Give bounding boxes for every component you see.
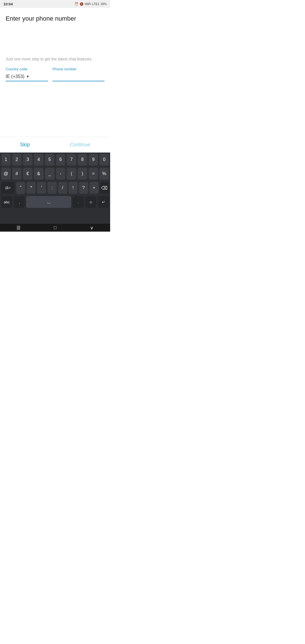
key-emoji[interactable]: ☺ <box>85 196 97 208</box>
keyboard-row-symbols1: @ # € & _ - ( ) = % <box>0 167 110 181</box>
key-at[interactable]: @ <box>1 168 11 180</box>
key-underscore[interactable]: _ <box>45 168 55 180</box>
phone-number-label: Phone number <box>53 67 104 71</box>
signal-icon: LTE1 <box>92 2 99 6</box>
mute-icon: 🔕 <box>80 2 84 6</box>
key-7[interactable]: 7 <box>67 154 76 166</box>
back-button[interactable]: ||| <box>17 225 20 230</box>
key-colon[interactable]: : <box>47 182 56 194</box>
key-5[interactable]: 5 <box>45 154 55 166</box>
country-code-value: IE (+353) <box>6 74 24 79</box>
key-space[interactable]: ⎵ <box>26 196 71 208</box>
key-more-symbols[interactable]: {&= <box>1 182 15 194</box>
main-content: Enter your phone number Just one more st… <box>0 8 110 107</box>
chevron-down-icon: ▼ <box>26 75 29 79</box>
key-8[interactable]: 8 <box>78 154 87 166</box>
key-1[interactable]: 1 <box>1 154 11 166</box>
country-code-label: Country code <box>6 67 48 71</box>
key-euro[interactable]: € <box>23 168 32 180</box>
key-0[interactable]: 0 <box>99 154 109 166</box>
country-code-selector[interactable]: IE (+353) ▼ <box>6 72 48 81</box>
key-abc[interactable]: abc <box>1 196 12 208</box>
nav-bar: ||| □ ∨ <box>0 224 110 232</box>
key-apostrophe[interactable]: ' <box>37 182 46 194</box>
key-4[interactable]: 4 <box>34 154 43 166</box>
key-quote[interactable]: " <box>16 182 25 194</box>
phone-number-input[interactable] <box>53 72 104 81</box>
alarm-icon: ⏰ <box>75 2 79 6</box>
phone-number-field: Phone number <box>53 67 104 81</box>
page-title: Enter your phone number <box>6 15 104 23</box>
country-code-field: Country code IE (+353) ▼ <box>6 67 48 81</box>
key-equals[interactable]: = <box>89 168 98 180</box>
key-6[interactable]: 6 <box>56 154 66 166</box>
key-slash[interactable]: / <box>58 182 67 194</box>
skip-button[interactable]: Skip <box>13 140 37 150</box>
key-exclamation[interactable]: ! <box>69 182 78 194</box>
key-2[interactable]: 2 <box>12 154 22 166</box>
key-ampersand[interactable]: & <box>34 168 43 180</box>
keyboard-row-symbols2: {&= " * ' : / ! ? + ⌫ <box>0 181 110 195</box>
key-close-paren[interactable]: ) <box>78 168 87 180</box>
key-3[interactable]: 3 <box>23 154 32 166</box>
backspace-key[interactable]: ⌫ <box>100 182 109 194</box>
key-asterisk[interactable]: * <box>27 182 36 194</box>
home-button[interactable]: □ <box>54 225 56 230</box>
key-comma[interactable]: , <box>14 196 25 208</box>
key-open-paren[interactable]: ( <box>67 168 76 180</box>
status-icons: ⏰ 🔕 WiFi LTE1 33% <box>75 2 107 6</box>
key-minus[interactable]: - <box>56 168 66 180</box>
form-row: Country code IE (+353) ▼ Phone number <box>6 67 104 81</box>
wifi-icon: WiFi <box>85 2 91 6</box>
key-enter[interactable]: ↵ <box>98 196 109 208</box>
key-plus[interactable]: + <box>90 182 99 194</box>
key-percent[interactable]: % <box>99 168 109 180</box>
key-question[interactable]: ? <box>79 182 88 194</box>
key-hash[interactable]: # <box>12 168 22 180</box>
action-bar: Skip Continue <box>0 137 110 153</box>
status-bar: 10:04 ⏰ 🔕 WiFi LTE1 33% <box>0 0 110 8</box>
key-period[interactable]: . <box>73 196 84 208</box>
subtitle-text: Just one more step to get the latest cha… <box>6 57 104 61</box>
key-9[interactable]: 9 <box>89 154 98 166</box>
keyboard-row-numbers: 1 2 3 4 5 6 7 8 9 0 <box>0 153 110 167</box>
status-time: 10:04 <box>3 2 13 6</box>
keyboard: 1 2 3 4 5 6 7 8 9 0 @ # € & _ - ( ) = % … <box>0 153 110 224</box>
keyboard-row-bottom: abc , ⎵ . ☺ ↵ <box>0 195 110 209</box>
continue-button[interactable]: Continue <box>63 140 97 150</box>
recent-button[interactable]: ∨ <box>90 225 93 230</box>
battery-level: 33% <box>101 2 107 6</box>
